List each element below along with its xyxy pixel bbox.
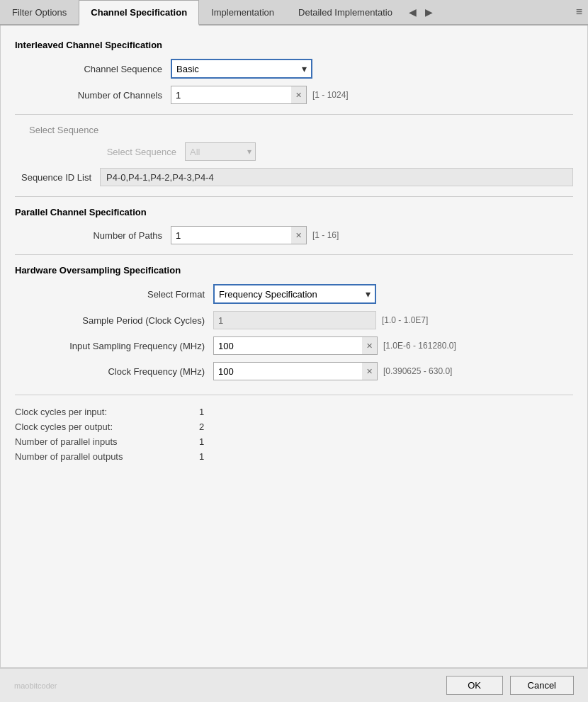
input-sampling-clear-button[interactable]: ✕ (362, 336, 378, 355)
sample-period-input (213, 311, 376, 329)
interleaved-section-title: Interleaved Channel Specification (15, 40, 573, 50)
tab-prev-button[interactable]: ◀ (405, 0, 421, 24)
clock-freq-clear-button[interactable]: ✕ (362, 362, 378, 380)
num-paths-clear-button[interactable]: ✕ (291, 226, 307, 244)
select-sequence-select[interactable]: All (185, 142, 256, 161)
select-format-select[interactable]: Frequency Specification Sample Period (213, 284, 376, 304)
clock-freq-row: Clock Frequency (MHz) ✕ [0.390625 - 630.… (15, 362, 573, 380)
cancel-button[interactable]: Cancel (510, 676, 574, 695)
hardware-section: Hardware Oversampling Specification Sele… (15, 265, 573, 380)
bottom-bar: maobitcoder OK Cancel (0, 668, 588, 702)
clock-per-input-label: Clock cycles per input: (15, 407, 199, 417)
sample-period-range: [1.0 - 1.0E7] (382, 315, 428, 325)
clock-per-output-label: Clock cycles per output: (15, 421, 199, 432)
ok-button[interactable]: OK (446, 676, 503, 695)
sample-period-label: Sample Period (Clock Cycles) (15, 315, 213, 326)
stats-section: Clock cycles per input: 1 Clock cycles p… (15, 395, 573, 462)
stat-row-parallel-inputs: Number of parallel inputs 1 (15, 436, 573, 447)
parallel-outputs-value: 1 (199, 451, 204, 462)
parallel-inputs-value: 1 (199, 436, 204, 447)
tab-channel-spec[interactable]: Channel Specification (79, 0, 199, 26)
clock-freq-range: [0.390625 - 630.0] (383, 366, 452, 376)
num-paths-range: [1 - 16] (312, 230, 339, 240)
select-sequence-row: Select Sequence All (29, 142, 573, 161)
clock-freq-label: Clock Frequency (MHz) (15, 366, 213, 377)
clock-per-input-value: 1 (199, 407, 204, 417)
sample-period-row: Sample Period (Clock Cycles) [1.0 - 1.0E… (15, 311, 573, 329)
select-format-wrapper: Frequency Specification Sample Period (213, 284, 376, 304)
select-format-row: Select Format Frequency Specification Sa… (15, 284, 573, 304)
input-sampling-range: [1.0E-6 - 161280.0] (383, 341, 456, 351)
parallel-inputs-label: Number of parallel inputs (15, 436, 199, 447)
num-channels-row: Number of Channels ✕ [1 - 1024] (15, 86, 573, 104)
num-paths-input[interactable] (171, 226, 291, 244)
channel-sequence-row: Channel Sequence Basic Advanced (15, 59, 573, 79)
input-sampling-input[interactable] (213, 336, 362, 355)
stat-row-clock-per-input: Clock cycles per input: 1 (15, 407, 573, 417)
select-sequence-wrapper: All (185, 142, 256, 161)
sequence-id-label: Sequence ID List (15, 172, 100, 183)
hardware-section-title: Hardware Oversampling Specification (15, 265, 573, 276)
select-format-label: Select Format (15, 289, 213, 300)
num-paths-label: Number of Paths (15, 230, 171, 241)
num-channels-range: [1 - 1024] (312, 90, 349, 100)
clock-per-output-value: 2 (199, 421, 204, 432)
clock-freq-group: ✕ (213, 362, 378, 380)
num-paths-input-group: ✕ (171, 226, 307, 244)
parallel-section: Parallel Channel Specification Number of… (15, 207, 573, 244)
parallel-outputs-label: Number of parallel outputs (15, 451, 199, 462)
main-content: Interleaved Channel Specification Channe… (0, 26, 588, 668)
num-channels-input[interactable] (171, 86, 291, 104)
interleaved-section: Interleaved Channel Specification Channe… (15, 40, 573, 186)
num-paths-row: Number of Paths ✕ [1 - 16] (15, 226, 573, 244)
channel-sequence-select[interactable]: Basic Advanced (171, 59, 312, 79)
input-sampling-row: Input Sampling Frequency (MHz) ✕ [1.0E-6… (15, 336, 573, 355)
sequence-id-input[interactable] (100, 168, 573, 186)
num-channels-input-group: ✕ (171, 86, 307, 104)
select-sequence-section: Select Sequence Select Sequence All (29, 125, 573, 161)
tab-implementation[interactable]: Implementation (199, 0, 286, 24)
parallel-section-title: Parallel Channel Specification (15, 207, 573, 217)
tab-next-button[interactable]: ▶ (421, 0, 437, 24)
input-sampling-label: Input Sampling Frequency (MHz) (15, 341, 213, 351)
tab-bar: Filter Options Channel Specification Imp… (0, 0, 588, 26)
stat-row-parallel-outputs: Number of parallel outputs 1 (15, 451, 573, 462)
select-sequence-section-header: Select Sequence (29, 125, 573, 135)
watermark: maobitcoder (14, 681, 57, 690)
channel-sequence-label: Channel Sequence (15, 64, 171, 74)
sequence-id-row: Sequence ID List (15, 168, 573, 186)
num-channels-label: Number of Channels (15, 90, 171, 101)
clock-freq-input[interactable] (213, 362, 362, 380)
select-sequence-label: Select Sequence (29, 147, 185, 157)
num-channels-clear-button[interactable]: ✕ (291, 86, 307, 104)
input-sampling-group: ✕ (213, 336, 378, 355)
tab-detailed-impl[interactable]: Detailed Implementatio (286, 0, 405, 24)
channel-sequence-wrapper: Basic Advanced (171, 59, 312, 79)
tab-menu-button[interactable]: ≡ (570, 0, 588, 24)
stat-row-clock-per-output: Clock cycles per output: 2 (15, 421, 573, 432)
tab-filter-options[interactable]: Filter Options (0, 0, 79, 24)
